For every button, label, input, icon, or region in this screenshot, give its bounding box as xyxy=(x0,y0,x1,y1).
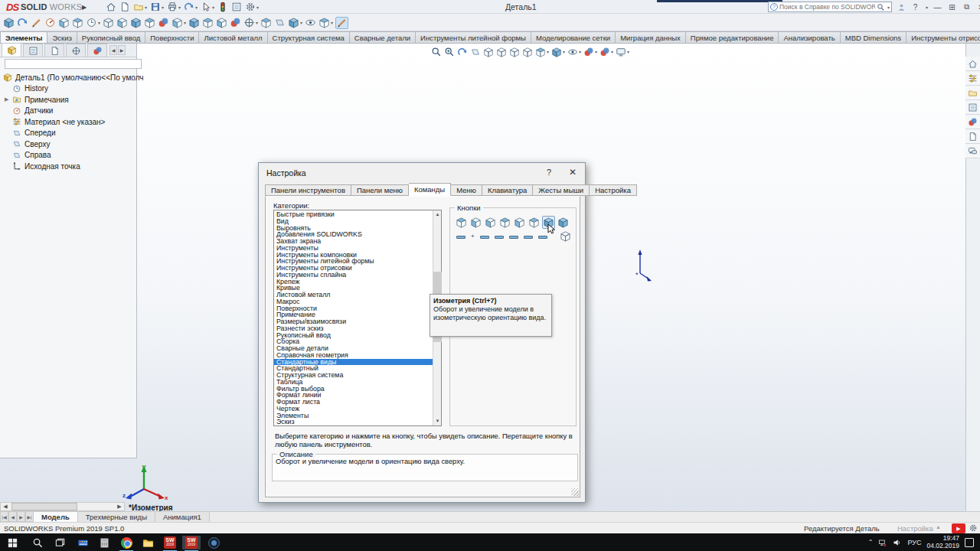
category-item[interactable]: Быстрые привязки xyxy=(276,211,441,218)
view-cube-icon[interactable] xyxy=(522,46,533,58)
category-item[interactable]: Инструменты сплайна xyxy=(276,272,441,279)
ribbon-tab[interactable]: Инструменты отрисовки xyxy=(906,31,980,44)
view-cube-icon[interactable] xyxy=(509,46,520,58)
dialog-tab[interactable]: Панели инструментов xyxy=(265,184,351,196)
view-button-partial[interactable] xyxy=(509,236,518,239)
section-view-icon[interactable] xyxy=(470,46,481,58)
view-cube-icon[interactable] xyxy=(496,46,507,58)
view-bottom-button[interactable] xyxy=(528,216,541,229)
dropdown-caret[interactable]: ▾ xyxy=(300,20,302,25)
toolbar-icon[interactable] xyxy=(260,17,272,29)
categories-list[interactable]: Быстрые привязкиВидВыровнятьДобавления S… xyxy=(273,210,442,426)
ribbon-tab[interactable]: Эскиз xyxy=(47,31,77,44)
media-app-icon[interactable] xyxy=(74,536,92,549)
toolbar-icon[interactable] xyxy=(202,17,214,29)
tab-animation[interactable]: Анимация1 xyxy=(155,512,210,522)
tree-root-part[interactable]: Деталь1 (По умолчанию<<По умолч xyxy=(2,72,136,83)
view-button-partial[interactable] xyxy=(495,236,504,239)
appearances-icon[interactable] xyxy=(965,115,980,129)
tree-item-front-plane[interactable]: Спереди xyxy=(2,128,136,139)
toolbar-icon[interactable] xyxy=(130,17,142,29)
tree-filter-input[interactable] xyxy=(5,59,142,69)
recorder-overlay-badge[interactable]: ▶ xyxy=(952,523,965,533)
ribbon-tab[interactable]: Миграция данных xyxy=(616,31,686,44)
view-front-button[interactable] xyxy=(455,216,468,229)
next-tab-icon[interactable]: ▶ xyxy=(17,512,25,522)
resources-home-icon[interactable] xyxy=(965,57,980,71)
toolbar-icon[interactable]: ▾ xyxy=(86,17,100,29)
scrollbar-track[interactable] xyxy=(10,503,115,510)
ribbon-tab[interactable]: MBD Dimensions xyxy=(841,31,906,44)
view-right-button[interactable] xyxy=(498,216,511,229)
tab-featuremanager[interactable] xyxy=(2,43,21,57)
status-caret-icon[interactable]: ▲ xyxy=(936,524,941,530)
ribbon-tab[interactable]: Листовой металл xyxy=(199,31,267,44)
ribbon-tab[interactable]: Поверхности xyxy=(145,31,199,44)
view-button-partial[interactable] xyxy=(538,236,547,239)
ribbon-tab[interactable]: Сварные детали xyxy=(350,31,416,44)
first-tab-icon[interactable]: |◀ xyxy=(0,512,8,522)
dialog-tab[interactable]: Команды xyxy=(409,183,451,196)
view-back-button[interactable] xyxy=(469,216,482,229)
view-button-partial[interactable] xyxy=(524,236,533,239)
tree-item-top-plane[interactable]: Сверху xyxy=(2,139,136,150)
resize-grip[interactable] xyxy=(571,488,579,496)
tab-model[interactable]: Модель xyxy=(34,512,78,522)
ribbon-tab[interactable]: Моделирование сетки xyxy=(531,31,616,44)
windows-cascade-button[interactable]: ⧉ xyxy=(962,2,972,11)
dropdown-caret[interactable]: ▾ xyxy=(579,49,581,54)
toolbar-icon[interactable]: ▾ xyxy=(288,17,302,29)
toolbar-icon[interactable] xyxy=(72,17,83,29)
last-tab-icon[interactable]: ▶| xyxy=(25,512,34,522)
view-button-partial[interactable] xyxy=(456,236,466,239)
scrollbar-thumb[interactable] xyxy=(11,503,77,510)
category-item[interactable]: Элементы xyxy=(276,412,441,419)
dialog-tab[interactable]: Настройка xyxy=(590,184,637,196)
view-settings-icon[interactable]: ▾ xyxy=(616,46,629,58)
dialog-help-button[interactable]: ? xyxy=(544,168,554,177)
home-icon[interactable] xyxy=(106,1,116,13)
settings-gear-icon[interactable]: ▾ xyxy=(245,1,259,13)
active-sketch-tool-icon[interactable] xyxy=(335,17,348,29)
tab-configurationmanager[interactable] xyxy=(44,44,64,57)
dialog-tab[interactable]: Меню xyxy=(451,184,482,196)
save-icon[interactable]: ▾ xyxy=(150,1,164,13)
restore-button[interactable]: ⊞ xyxy=(947,3,957,11)
rebuild-traffic-light-icon[interactable] xyxy=(217,1,228,13)
view-orientation-icon[interactable]: ▾ xyxy=(535,46,549,58)
toolbar-icon[interactable] xyxy=(216,17,227,29)
notification-center-icon[interactable] xyxy=(965,538,974,547)
minimize-button[interactable]: — xyxy=(933,3,942,11)
tree-item-material[interactable]: Материал <не указан> xyxy=(2,116,136,128)
taskbar-search-icon[interactable] xyxy=(28,536,47,549)
dropdown-caret[interactable]: ▾ xyxy=(627,49,629,54)
tab-dimxpertmanager[interactable] xyxy=(66,44,86,57)
previous-view-icon[interactable] xyxy=(457,46,468,58)
tab-propertymanager[interactable] xyxy=(23,44,43,57)
custom-properties-icon[interactable] xyxy=(965,129,980,144)
toolbar-icon[interactable] xyxy=(31,17,42,29)
tray-expand-icon[interactable]: ⌃ xyxy=(868,539,874,546)
ribbon-tab[interactable]: Прямое редактирование xyxy=(686,31,779,44)
toolbar-icon[interactable]: ▾ xyxy=(243,17,258,29)
toolbar-icon[interactable]: ▾ xyxy=(318,17,333,29)
category-item[interactable]: Крепеж xyxy=(276,279,441,285)
search-dropdown-caret[interactable]: ▾ xyxy=(887,5,890,10)
hide-show-items-icon[interactable]: ▾ xyxy=(567,46,581,58)
ribbon-tab[interactable]: Элементы xyxy=(0,31,47,44)
view-cube-icon[interactable] xyxy=(483,46,494,58)
clock[interactable]: 19:47 04.02.2019 xyxy=(926,535,959,549)
search-input[interactable] xyxy=(779,3,875,11)
tab-displaymanager[interactable] xyxy=(87,44,107,57)
volume-icon[interactable] xyxy=(893,538,902,547)
dialog-close-button[interactable]: ✕ xyxy=(567,167,579,178)
toolbar-icon[interactable] xyxy=(103,17,114,29)
category-item[interactable]: Эскиз xyxy=(276,419,441,425)
tab-scroll-left-icon[interactable]: ◀ xyxy=(109,45,117,55)
dropdown-caret[interactable]: ▾ xyxy=(256,20,258,25)
tree-item-annotations[interactable]: ▶ Примечания xyxy=(2,94,136,106)
dropdown-caret[interactable]: ▾ xyxy=(212,5,214,10)
ribbon-tab[interactable]: Рукописный ввод xyxy=(77,31,145,44)
dropdown-caret[interactable]: ▾ xyxy=(162,5,164,10)
task-view-icon[interactable] xyxy=(51,536,69,549)
